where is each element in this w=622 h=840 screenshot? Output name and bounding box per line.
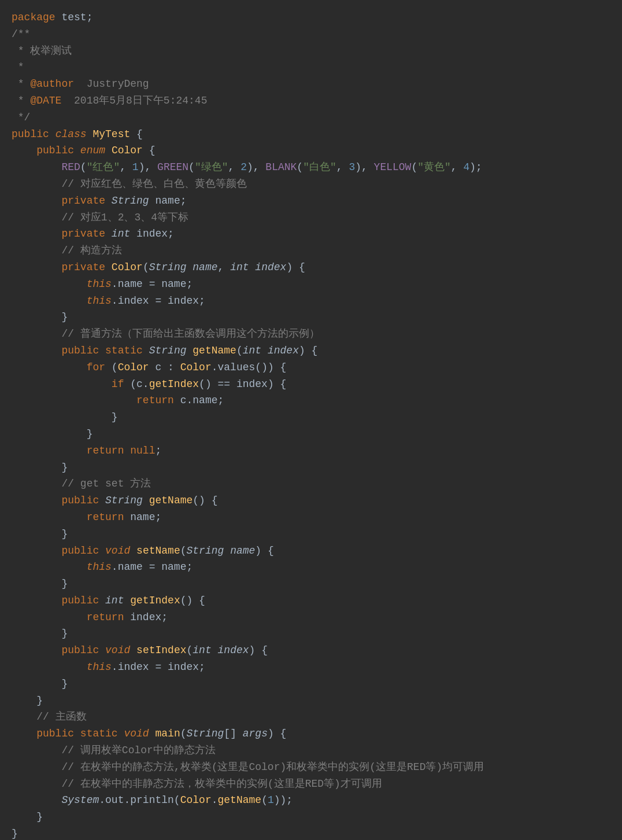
code-content: package test; /** * 枚举测试 * * @author Jus… xyxy=(12,9,610,840)
code-editor: package test; /** * 枚举测试 * * @author Jus… xyxy=(12,9,610,840)
package-keyword: package xyxy=(12,12,55,23)
javadoc-comment: /** xyxy=(12,28,30,40)
